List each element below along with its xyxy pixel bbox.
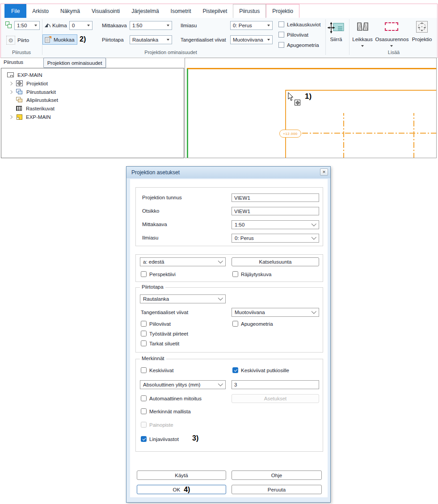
checkbox-box [141,367,147,373]
tab-file[interactable]: File [4,4,26,18]
tree-item-rasterikuvat[interactable]: Rasterikuvat [16,105,55,112]
piirtotapa-select[interactable]: Rautalanka [140,294,226,303]
projections-icon [16,80,23,86]
expand-chevron-icon[interactable] [9,81,13,85]
kulma-combo[interactable]: 0 [69,21,93,30]
osasuurennos-button[interactable]: Osasuurennos [375,37,409,42]
projektio-button[interactable]: Projektio [409,37,435,42]
mittakaava-label: Mittakaava [102,23,127,28]
subdrawings-icon [16,97,23,103]
ylitys-select[interactable]: Absoluuttinen ylitys (mm) [140,380,226,389]
drawing-icon [7,72,14,77]
move-icon[interactable] [328,21,345,34]
tangent-viivat-select[interactable]: Muotoviivana [232,308,319,317]
tangent-viivat-combo[interactable]: Muotoviivana [230,35,273,44]
tree-item-exp-main-model[interactable]: EXP-MAIN [9,113,51,121]
automaattinen-mitoitus-checkbox[interactable]: Automaattinen mitoitus [141,395,202,401]
ylitys-mm-input[interactable]: 3 [232,380,319,389]
ok-label: OK [173,487,181,492]
tree-item-piirustusarkit[interactable]: Piirustusarkit [9,88,56,96]
checkbox-label: Automaattinen mitoitus [149,396,202,401]
piirtotapa-value: Rautalanka [143,296,169,302]
piirto-button[interactable]: ⚙ Piirto [4,35,31,46]
step-3-annotation: 3) [192,434,198,442]
chevron-down-icon [267,25,270,26]
rajaytyskuva-checkbox[interactable]: Räjäytyskuva [232,271,271,277]
kayta-button[interactable]: Käytä [137,470,226,480]
tarkat-siluetit-checkbox[interactable]: Tarkat siluetit [141,340,179,346]
drawing-scale-combo[interactable]: 1:50 [14,21,40,30]
piiloviivat-checkbox[interactable]: Piiloviivat [278,32,308,38]
ok-button[interactable]: OK 4) [137,485,226,494]
otsikko-input[interactable]: VIEW1 [232,207,319,215]
tab-jarjestelma[interactable]: Järjestelmä [126,4,164,18]
ilmiasu-value: 0: Perus [235,235,254,241]
mittakaava-select[interactable]: 1:50 [232,220,319,229]
chevron-down-icon [267,39,270,41]
checkbox-label: Apugeometria [241,321,273,327]
elevation-label: +12.000 [279,130,301,138]
tangent-viivat-label: Tangentiaaliset viivat [181,37,226,42]
perspektiivi-checkbox[interactable]: Perspektiivi [141,271,176,277]
ilmiasu-combo[interactable]: 0: Perus [230,21,273,30]
view-direction-value: a: edestä [143,259,164,265]
peruuta-button[interactable]: Peruuta [232,485,322,494]
ribbon: File Arkisto Näkymä Visualisointi Järjes… [0,4,438,58]
mouse-cursor-icon [288,92,294,101]
linjaviivastot-checkbox[interactable]: Linjaviivastot [141,436,179,442]
expand-chevron-icon[interactable] [9,115,13,118]
ilmiasu-select[interactable]: 0: Perus [232,234,319,243]
chevron-down-icon[interactable] [390,45,393,47]
checkbox-box [141,436,147,442]
mittakaava-combo[interactable]: 1:50 [130,21,172,30]
piiloviivat-checkbox[interactable]: Piiloviivat [141,321,171,327]
leikkauskuviot-checkbox[interactable]: Leikkauskuviot [278,21,320,27]
panel-tab-projektion-ominaisuudet[interactable]: Projektion ominaisuudet [43,58,106,68]
chevron-down-icon [34,25,37,26]
tree-item-label: Piirustusarkit [26,89,56,95]
close-icon[interactable]: ✕ [320,168,328,176]
tree-item-label: Projektiot [26,81,48,86]
ohje-button[interactable]: Ohje [232,470,322,480]
tree-item-alipiirustukset[interactable]: Alipiirustukset [16,96,58,104]
tab-nakyma[interactable]: Näkymä [55,4,86,18]
keskiviivat-checkbox[interactable]: Keskiviivat [141,367,173,373]
ylitys-value: Absoluuttinen ylitys (mm) [143,382,200,387]
tree-item-exp-main[interactable]: EXP-MAIN [7,71,42,79]
expand-chevron-icon[interactable] [9,90,13,93]
tree-item-projektiot[interactable]: Projektiot [9,80,48,87]
chevron-down-icon [218,381,223,386]
katselusuunta-button[interactable]: Katselusuunta [232,257,319,266]
projektion-tunnus-input[interactable]: VIEW1 [232,193,319,202]
chevron-down-icon [167,25,169,26]
leikkaus-button[interactable]: Leikkaus [350,37,375,42]
projektion-tunnus-label: Projektion tunnus [142,195,182,200]
keskiviivat-putkiosille-checkbox[interactable]: Keskiviivat putkiosille [232,367,289,373]
apugeometria-checkbox[interactable]: Apugeometria [278,42,319,48]
checkbox-box [141,340,147,346]
tab-arkisto[interactable]: Arkisto [26,4,55,18]
drawing-canvas[interactable]: +12.000 1) [185,58,437,158]
dialog-titlebar[interactable]: Projektion asetukset ✕ [126,167,330,178]
chevron-down-icon[interactable] [361,45,364,47]
tree-item-label: Alipiirustukset [26,97,58,103]
checkbox-box [141,331,147,336]
merkinnat-mallista-checkbox[interactable]: Merkinnät mallista [141,408,191,414]
tyostavat-piirteet-checkbox[interactable]: Työstävät piirteet [141,331,188,336]
chevron-down-icon [312,235,316,239]
siirra-button[interactable]: Siirrä [324,37,349,42]
mittakaava-value: 1:50 [132,23,142,28]
tab-visualisointi[interactable]: Visualisointi [86,4,126,18]
muokkaa-button[interactable]: Muokkaa [42,34,77,45]
piirtotapa-combo[interactable]: Rautalanka [130,35,172,44]
tab-projektio[interactable]: Projektio [266,4,299,18]
muokkaa-label: Muokkaa [54,37,75,42]
tab-isometrit[interactable]: Isometrit [165,4,197,18]
tab-piirustus[interactable]: Piirustus [233,4,266,18]
chevron-down-icon [87,25,90,26]
section-cut-icon [357,21,369,33]
view-direction-select[interactable]: a: edestä [140,257,226,266]
checkbox-label: Linjaviivastot [149,437,179,442]
apugeometria-checkbox[interactable]: Apugeometria [232,321,273,327]
tab-pistepilvet[interactable]: Pistepilvet [197,4,233,18]
